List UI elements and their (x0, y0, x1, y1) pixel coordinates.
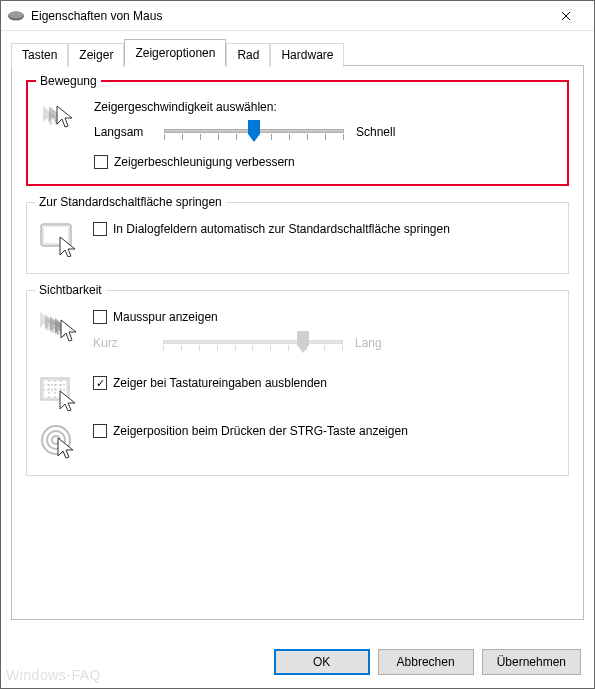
group-bewegung: Bewegung Zeigergeschwindigkeit auswählen… (26, 80, 569, 186)
close-button[interactable] (544, 2, 588, 30)
ctrl-locate-label: Zeigerposition beim Drücken der STRG-Tas… (113, 423, 408, 439)
dialog-button-bar: OK Abbrechen Übernehmen (274, 649, 581, 675)
watermark: Windows-FAQ (6, 667, 101, 683)
enhance-precision-checkbox[interactable] (94, 155, 108, 169)
hide-typing-checkbox[interactable] (93, 376, 107, 390)
group-title-visibility: Sichtbarkeit (35, 283, 106, 297)
svg-marker-5 (297, 331, 309, 353)
trails-slider (163, 331, 343, 355)
hide-typing-label: Zeiger bei Tastatureingaben ausblenden (113, 375, 327, 391)
tab-tasten[interactable]: Tasten (11, 43, 68, 67)
hide-typing-icon (39, 375, 79, 413)
group-sichtbarkeit: Sichtbarkeit (26, 290, 569, 476)
pointer-speed-slider[interactable] (164, 120, 344, 144)
speed-fast-label: Schnell (356, 125, 414, 139)
ok-button[interactable]: OK (274, 649, 370, 675)
trails-checkbox[interactable] (93, 310, 107, 324)
tabpanel-zeigeroptionen: Bewegung Zeigergeschwindigkeit auswählen… (11, 65, 584, 620)
enhance-precision-label: Zeigerbeschleunigung verbessern (114, 154, 295, 170)
trails-short-label: Kurz (93, 336, 151, 350)
mouse-icon (7, 9, 25, 23)
pointer-speed-label: Zeigergeschwindigkeit auswählen: (94, 100, 555, 114)
group-title-bewegung: Bewegung (36, 74, 101, 88)
titlebar: Eigenschaften von Maus (1, 1, 594, 31)
window-title: Eigenschaften von Maus (31, 9, 544, 23)
pointer-speed-icon (40, 100, 80, 138)
mouse-properties-dialog: Eigenschaften von Maus Tasten Zeiger Zei… (0, 0, 595, 689)
apply-button[interactable]: Übernehmen (482, 649, 581, 675)
speed-slow-label: Langsam (94, 125, 152, 139)
svg-marker-2 (248, 120, 260, 142)
client-area: Tasten Zeiger Zeigeroptionen Rad Hardwar… (1, 31, 594, 620)
ctrl-locate-checkbox[interactable] (93, 424, 107, 438)
trails-long-label: Lang (355, 336, 413, 350)
pointer-trails-icon (39, 309, 79, 347)
tab-zeiger[interactable]: Zeiger (68, 43, 124, 67)
cancel-button[interactable]: Abbrechen (378, 649, 474, 675)
tab-zeigeroptionen[interactable]: Zeigeroptionen (124, 39, 226, 66)
group-title-snap: Zur Standardschaltfläche springen (35, 195, 226, 209)
tab-rad[interactable]: Rad (226, 43, 270, 67)
trails-label: Mausspur anzeigen (113, 309, 218, 325)
group-standardschaltflaeche: Zur Standardschaltfläche springen In Dia… (26, 202, 569, 274)
tabstrip: Tasten Zeiger Zeigeroptionen Rad Hardwar… (11, 39, 584, 66)
tab-hardware[interactable]: Hardware (270, 43, 344, 67)
svg-point-1 (9, 11, 23, 18)
snap-to-checkbox[interactable] (93, 222, 107, 236)
ctrl-locate-icon (39, 423, 79, 461)
snap-to-label: In Dialogfeldern automatisch zur Standar… (113, 221, 450, 237)
snap-to-icon (39, 221, 79, 259)
